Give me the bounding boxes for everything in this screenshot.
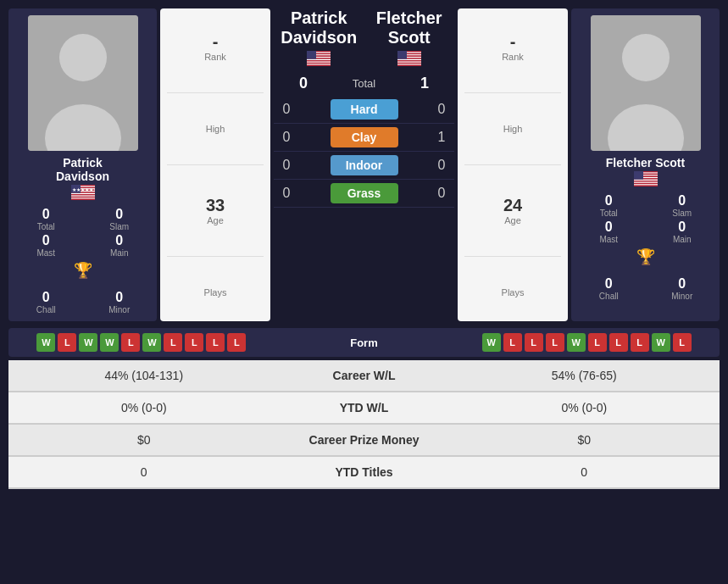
right-form-badges: WLLLWLLLWL — [482, 333, 711, 352]
left-middle-stats: - Rank High 33 Age Plays — [160, 8, 270, 321]
stat-right-val: 0% (0-0) — [449, 392, 720, 423]
svg-rect-61 — [634, 186, 658, 186]
svg-rect-10 — [71, 193, 95, 194]
form-badge-right: L — [588, 333, 607, 352]
surface-badge: Indoor — [331, 155, 398, 175]
form-badge-right: W — [482, 333, 501, 352]
surface-left-score: 0 — [274, 130, 299, 145]
form-badge-left: L — [185, 333, 203, 352]
surface-left-score: 0 — [274, 102, 299, 117]
stat-right-val: $0 — [449, 425, 720, 455]
right-high-block: High — [464, 124, 561, 134]
left-high-block: High — [167, 124, 264, 134]
svg-rect-56 — [634, 180, 658, 181]
surface-left-score: 0 — [274, 158, 299, 173]
form-badge-left: W — [142, 333, 161, 352]
surface-rows: 0 Hard 0 0 Clay 1 0 Indoor 0 0 Grass 0 — [274, 96, 454, 208]
right-slam-stat: 0 Slam — [650, 193, 715, 218]
form-badge-right: L — [673, 333, 692, 352]
stat-left-val: 0 — [8, 457, 280, 487]
svg-rect-62 — [634, 171, 643, 180]
right-player-avatar — [591, 15, 701, 151]
left-minor-stat: 0 Minor — [87, 290, 153, 314]
stat-left-val: $0 — [8, 425, 280, 455]
form-badge-right: L — [609, 333, 628, 352]
right-player-card: Fletcher Scott — [571, 8, 720, 321]
stats-row-2: $0 Career Prize Money $0 — [8, 425, 720, 457]
right-total-stat: 0 Total — [576, 193, 642, 218]
stats-row-3: 0 YTD Titles 0 — [8, 457, 720, 489]
left-plays-block: Plays — [167, 287, 264, 298]
center-section: Patrick Davidson — [274, 8, 454, 321]
right-main-stat: 0 Main — [650, 220, 715, 244]
svg-rect-12 — [71, 195, 95, 196]
surface-badge: Hard — [331, 99, 398, 120]
form-badge-left: W — [79, 333, 97, 352]
surface-row-grass: 0 Grass 0 — [274, 180, 454, 208]
total-row: 0 Total 1 — [274, 71, 454, 96]
svg-rect-28 — [307, 63, 331, 64]
right-player-stats: 0 Total 0 Slam 0 Mast 0 Main — [576, 193, 714, 244]
left-trophy-row: 🏆 — [14, 261, 152, 280]
stat-right-val: 54% (76-65) — [449, 360, 720, 391]
right-player-name: Fletcher Scott — [606, 156, 685, 170]
form-badge-right: L — [525, 333, 543, 352]
right-lower-stats: 0 Chall 0 Minor — [576, 276, 714, 301]
form-badge-right: W — [652, 333, 670, 352]
stat-center-label: Career W/L — [280, 360, 449, 391]
trophy-icon-right: 🏆 — [636, 248, 655, 266]
stat-center-label: Career Prize Money — [280, 425, 449, 455]
left-player-name: PatrickDavidson — [56, 156, 109, 183]
right-mast-stat: 0 Mast — [576, 220, 642, 244]
svg-rect-11 — [71, 194, 95, 195]
stat-right-val: 0 — [449, 457, 720, 487]
form-badge-right: W — [567, 333, 586, 352]
surface-row-indoor: 0 Indoor 0 — [274, 152, 454, 180]
svg-rect-26 — [307, 60, 331, 61]
right-name-center: Fletcher Scott — [364, 8, 455, 66]
svg-rect-58 — [634, 181, 658, 182]
left-main-stat: 0 Main — [87, 233, 153, 258]
left-chall-stat: 0 Chall — [14, 290, 79, 314]
svg-rect-42 — [397, 63, 421, 64]
stat-left-val: 44% (104-131) — [8, 360, 280, 391]
svg-rect-29 — [307, 64, 331, 64]
left-form-badges: WLWWLWLLLL — [17, 333, 246, 352]
stat-center-label: YTD W/L — [280, 392, 449, 423]
right-rank-block: - Rank — [464, 32, 561, 62]
svg-rect-14 — [71, 197, 95, 198]
svg-rect-13 — [71, 197, 95, 197]
trophy-icon: 🏆 — [74, 261, 92, 280]
form-badge-right: L — [546, 333, 564, 352]
left-age-block: 33 Age — [167, 196, 264, 225]
form-badge-left: L — [206, 333, 225, 352]
svg-rect-39 — [397, 59, 421, 60]
svg-point-1 — [59, 34, 107, 81]
left-player-flag: ★★★★★★ — [71, 185, 95, 200]
form-badge-right: L — [503, 333, 522, 352]
form-badge-left: L — [58, 333, 76, 352]
svg-rect-57 — [634, 181, 658, 181]
svg-rect-59 — [634, 183, 658, 184]
surface-right-score: 0 — [429, 186, 454, 201]
right-trophy-row: 🏆 — [576, 248, 714, 266]
names-row: Patrick Davidson — [274, 8, 454, 66]
svg-rect-31 — [307, 51, 316, 59]
svg-rect-40 — [397, 60, 421, 61]
stats-row-1: 0% (0-0) YTD W/L 0% (0-0) — [8, 392, 720, 425]
form-badge-left: L — [227, 333, 246, 352]
surface-right-score: 0 — [429, 158, 454, 173]
svg-rect-43 — [397, 64, 421, 64]
form-label: Form — [249, 336, 478, 349]
right-middle-stats: - Rank High 24 Age Plays — [458, 8, 568, 321]
stats-row-0: 44% (104-131) Career W/L 54% (76-65) — [8, 360, 720, 392]
svg-rect-25 — [307, 59, 331, 60]
surface-right-score: 0 — [429, 102, 454, 117]
bottom-stats: 44% (104-131) Career W/L 54% (76-65) 0% … — [8, 360, 720, 489]
left-player-stats: 0 Total 0 Slam 0 Mast 0 Main — [14, 207, 152, 258]
stat-center-label: YTD Titles — [280, 457, 449, 487]
form-badge-right: L — [631, 333, 649, 352]
svg-point-47 — [622, 34, 670, 81]
form-badge-left: L — [121, 333, 140, 352]
main-container: PatrickDavidson — [0, 0, 728, 498]
